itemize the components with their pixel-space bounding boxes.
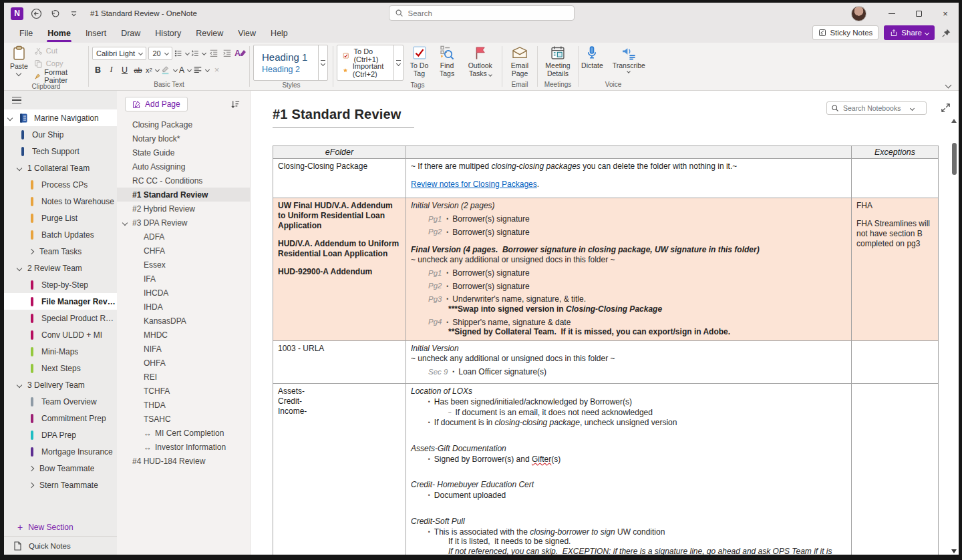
sidebar-item-step-by-step[interactable]: Step-by-Step: [4, 276, 117, 293]
paste-button[interactable]: Paste: [7, 45, 31, 76]
tag-important[interactable]: Important (Ctrl+2): [343, 64, 387, 77]
page-item-kansasdpa[interactable]: KansasDPA: [117, 314, 250, 328]
format-painter-button[interactable]: Format Painter: [32, 70, 85, 82]
scroll-up-arrow[interactable]: [951, 119, 957, 123]
to-do-tag-button[interactable]: To Do Tag: [406, 45, 432, 78]
menu-tab-review[interactable]: Review: [188, 24, 230, 43]
search-notebooks-box[interactable]: [826, 101, 927, 115]
collapse-ribbon-icon[interactable]: [945, 82, 952, 89]
cell-r2-c3[interactable]: FHA FHA Streamlines will not have sectio…: [852, 198, 939, 341]
page-item-ifa[interactable]: IFA: [117, 272, 250, 286]
page-item-notary-block[interactable]: Notary block*: [117, 131, 250, 146]
numbering-button[interactable]: [191, 47, 206, 59]
find-tags-button[interactable]: Find Tags: [435, 45, 460, 78]
quick-notes-button[interactable]: Quick Notes: [4, 536, 117, 555]
cell-r4-c2[interactable]: Location of LOXs▪Has been signed/initial…: [406, 384, 852, 555]
email-page-button[interactable]: Email Page: [506, 45, 534, 78]
sidebar-item-purge-list[interactable]: Purge List: [4, 210, 117, 226]
sidebar-item-team-tasks[interactable]: Team Tasks: [4, 243, 117, 260]
share-button[interactable]: Share: [884, 25, 935, 40]
sidebar-item-conv-uldd-mi[interactable]: Conv ULDD + MI: [4, 326, 117, 343]
sidebar-item-2-review-team[interactable]: 2 Review Team: [4, 260, 117, 276]
transcribe-button[interactable]: Transcribe: [610, 45, 648, 73]
cell-r2-c1[interactable]: UW Final HUD/V.A. Addendum to Uniform Re…: [273, 198, 406, 341]
review-notes-link[interactable]: Review notes for Closing Packages: [411, 180, 537, 189]
page-item-adfa[interactable]: ADFA: [117, 230, 250, 244]
pin-ribbon-icon[interactable]: [940, 27, 952, 39]
sidebar-item-file-manager-review[interactable]: File Manager Review: [4, 293, 117, 310]
sidebar-item-marine-navigation[interactable]: Marine Navigation: [4, 109, 117, 126]
page-item-rc-cc-conditions[interactable]: RC CC - Conditions: [117, 174, 250, 188]
page-item-3-dpa-review[interactable]: #3 DPA Review: [117, 216, 250, 230]
sidebar-item-special-product-revi[interactable]: Special Product Revi...: [4, 310, 117, 326]
maximize-button[interactable]: [905, 3, 932, 24]
sidebar-item-mini-maps[interactable]: Mini-Maps: [4, 343, 117, 360]
chevron-down-icon[interactable]: [7, 115, 13, 120]
font-color-button[interactable]: A: [179, 63, 191, 76]
cell-r4-c1[interactable]: Assets-Credit-Income-: [273, 384, 406, 555]
style-heading-2[interactable]: Heading 2: [262, 65, 311, 74]
navigation-hamburger-button[interactable]: [4, 91, 117, 109]
sidebar-item-bow-teammate[interactable]: Bow Teammate: [4, 460, 117, 477]
dictate-button[interactable]: Dictate: [579, 45, 606, 70]
styles-more-button[interactable]: [318, 45, 327, 80]
page-item-investor-information[interactable]: ↔Investor Information: [117, 440, 250, 454]
page-item-ohfa[interactable]: OHFA: [117, 356, 250, 370]
search-box[interactable]: [389, 5, 575, 21]
cell-r3-c2[interactable]: Initial Version~ uncheck any additional …: [406, 341, 852, 384]
align-button[interactable]: [193, 63, 209, 76]
sidebar-item-batch-updates[interactable]: Batch Updates: [4, 226, 117, 243]
sidebar-item-commitment-prep[interactable]: Commitment Prep: [4, 410, 117, 427]
sidebar-item-notes-to-warehouse[interactable]: Notes to Warehouse: [4, 193, 117, 210]
sidebar-item-team-overview[interactable]: Team Overview: [4, 393, 117, 410]
sidebar-item-dpa-prep[interactable]: DPA Prep: [4, 427, 117, 443]
page-item-tsahc[interactable]: TSAHC: [117, 412, 250, 426]
sidebar-item-tech-support[interactable]: Tech Support: [4, 143, 117, 160]
cell-r4-c3[interactable]: [852, 384, 939, 555]
page-item-essex[interactable]: Essex: [117, 258, 250, 272]
menu-tab-help[interactable]: Help: [263, 24, 295, 43]
chevron-down-icon[interactable]: [17, 165, 22, 170]
highlight-button[interactable]: [161, 63, 177, 76]
page-item-ihda[interactable]: IHDA: [117, 300, 250, 314]
bold-button[interactable]: B: [92, 63, 104, 76]
chevron-right-icon[interactable]: [29, 248, 34, 254]
sidebar-item-1-collateral-team[interactable]: 1 Collateral Team: [4, 160, 117, 176]
sidebar-item-stern-teammate[interactable]: Stern Teammate: [4, 477, 117, 493]
style-heading-1[interactable]: Heading 1: [262, 51, 311, 63]
page-item-state-guide[interactable]: State Guide: [117, 146, 250, 160]
cell-r2-c2[interactable]: Initial Version (2 pages)Pg1▪Borrower(s)…: [406, 198, 852, 341]
sticky-notes-button[interactable]: Sticky Notes: [812, 25, 878, 40]
cell-r3-c1[interactable]: 1003 - URLA: [273, 341, 406, 384]
page-item-closing-package[interactable]: Closing Package: [117, 117, 250, 131]
tag-to-do[interactable]: To Do (Ctrl+1): [343, 49, 387, 62]
page-item-mi-cert-completion[interactable]: ↔MI Cert Completion: [117, 426, 250, 440]
page-item-thda[interactable]: THDA: [117, 398, 250, 412]
meeting-details-button[interactable]: Meeting Details: [541, 45, 575, 78]
account-avatar[interactable]: [851, 6, 866, 21]
sidebar-item-our-ship[interactable]: Our Ship: [4, 126, 117, 143]
quick-access-toolbar-icon[interactable]: [67, 7, 79, 19]
chevron-right-icon[interactable]: [29, 465, 34, 471]
underline-button[interactable]: U: [119, 63, 130, 76]
menu-tab-home[interactable]: Home: [40, 24, 78, 43]
search-notebooks-input[interactable]: [843, 104, 907, 112]
cell-r1-c2[interactable]: ~ If there are multiped closing-closing …: [406, 159, 852, 198]
cut-button[interactable]: Cut: [32, 45, 85, 57]
chevron-down-icon[interactable]: [122, 220, 128, 225]
page-item-4-hud-184-review[interactable]: #4 HUD-184 Review: [117, 454, 250, 468]
bullets-button[interactable]: [174, 47, 189, 59]
page-item-tchfa[interactable]: TCHFA: [117, 384, 250, 398]
menu-tab-history[interactable]: History: [148, 24, 188, 43]
page-item-auto-assigning[interactable]: Auto Assigning: [117, 160, 250, 174]
sidebar-item-process-cps[interactable]: Process CPs: [4, 176, 117, 193]
clear-formatting-button[interactable]: A: [234, 47, 246, 59]
cell-r1-c3[interactable]: [852, 159, 939, 198]
sidebar-item-next-steps[interactable]: Next Steps: [4, 360, 117, 376]
content-scrollbar[interactable]: [950, 117, 958, 555]
italic-button[interactable]: I: [106, 63, 117, 76]
scroll-down-arrow[interactable]: [951, 549, 957, 553]
page-item-1-standard-review[interactable]: #1 Standard Review: [117, 188, 250, 202]
back-icon[interactable]: [30, 7, 42, 19]
add-page-button[interactable]: Add Page: [125, 97, 188, 111]
